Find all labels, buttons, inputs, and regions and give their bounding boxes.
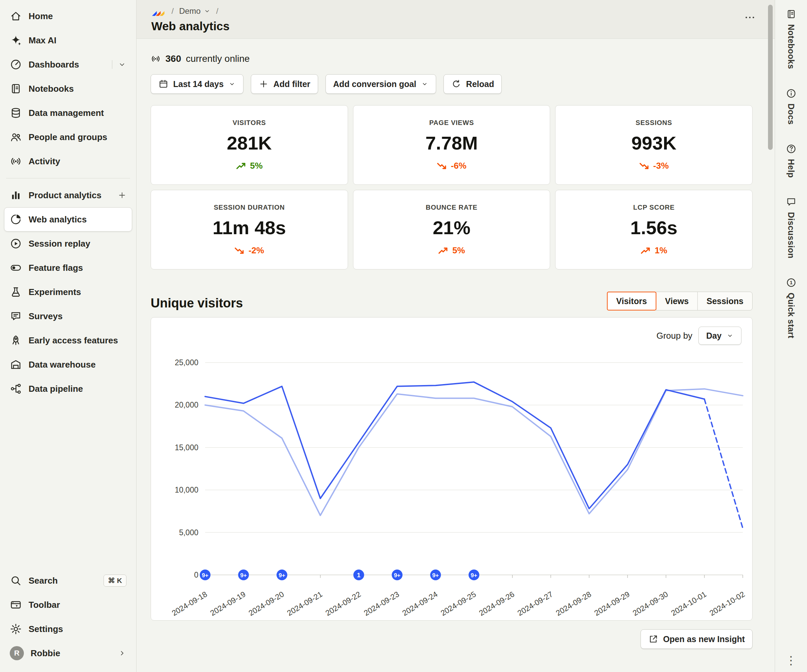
metric-value: 21%: [433, 217, 470, 238]
metric-value: 11m 48s: [213, 217, 286, 238]
gear-icon: [10, 623, 22, 635]
metric-tile-sessions[interactable]: SESSIONS993K-3%: [555, 105, 752, 185]
sidebar-item-activity[interactable]: Activity: [4, 149, 132, 174]
sidebar-item-robbie[interactable]: RRobbie: [4, 641, 132, 665]
open-insight-label: Open as new Insight: [663, 634, 745, 644]
sidebar-item-people-and-groups[interactable]: People and groups: [4, 125, 132, 149]
metric-label: SESSION DURATION: [214, 204, 285, 211]
chevron-down-icon-wrap: [228, 80, 236, 88]
sidebar-item-early-access-features[interactable]: Early access features: [4, 328, 132, 353]
sidebar-item-max-ai[interactable]: Max AI: [4, 28, 132, 52]
sidebar-item-feature-flags[interactable]: Feature flags: [4, 256, 132, 280]
live-icon: [10, 155, 22, 167]
group-by-select[interactable]: Day: [698, 326, 741, 345]
scrollbar[interactable]: [768, 5, 773, 150]
sidebar-item-web-analytics[interactable]: Web analytics: [4, 207, 132, 232]
metric-tile-page-views[interactable]: PAGE VIEWS7.78M-6%: [353, 105, 550, 185]
home-icon: [10, 10, 22, 22]
svg-text:25,000: 25,000: [175, 358, 198, 367]
annotation-badge[interactable]: 9+: [200, 569, 211, 580]
annotation-badge[interactable]: 1: [354, 569, 364, 580]
annotation-badge[interactable]: 9+: [392, 569, 402, 580]
metric-trend-value: 5%: [452, 245, 465, 256]
add-conversion-goal-button[interactable]: Add conversion goal: [325, 74, 436, 94]
svg-text:20,000: 20,000: [175, 401, 198, 409]
metric-tile-visitors[interactable]: VISITORS281K5%: [151, 105, 348, 185]
svg-text:2024-09-25: 2024-09-25: [439, 590, 477, 617]
user-avatar: R: [10, 646, 24, 660]
sidebar-item-label: Data management: [28, 108, 126, 118]
trend-down-icon: [437, 162, 447, 170]
topbar: / Demo / Web analytics: [136, 0, 775, 39]
tab-sessions[interactable]: Sessions: [697, 292, 752, 310]
online-status: 360 currently online: [151, 53, 752, 64]
metric-tile-bounce-rate[interactable]: BOUNCE RATE21%5%: [353, 190, 550, 270]
sidebar-item-search[interactable]: Search⌘ K: [4, 568, 132, 593]
annotation-badge[interactable]: 9+: [469, 569, 480, 580]
add-filter-button[interactable]: Add filter: [251, 74, 318, 94]
metric-trend: 5%: [236, 161, 263, 171]
expand-control[interactable]: [118, 649, 126, 657]
svg-text:2024-09-18: 2024-09-18: [170, 590, 208, 617]
svg-text:9+: 9+: [241, 572, 247, 579]
expand-control[interactable]: [112, 60, 126, 69]
more-options-button[interactable]: [744, 12, 756, 25]
add-control[interactable]: [118, 191, 126, 200]
warehouse-icon: [10, 359, 22, 371]
search-icon: [10, 574, 22, 587]
sidebar-item-notebooks[interactable]: Notebooks: [4, 77, 132, 101]
chevron-down-icon: [118, 60, 126, 69]
metric-trend: 5%: [438, 245, 465, 256]
rail-item-discussion[interactable]: Discussion: [786, 197, 797, 258]
sidebar-item-data-warehouse[interactable]: Data warehouse: [4, 353, 132, 377]
sidebar-item-settings[interactable]: Settings: [4, 617, 132, 641]
annotation-badge[interactable]: 9+: [238, 569, 249, 580]
sidebar-item-data-pipeline[interactable]: Data pipeline: [4, 377, 132, 401]
tab-views[interactable]: Views: [656, 292, 698, 310]
svg-text:15,000: 15,000: [175, 443, 198, 452]
toggle-icon: [10, 262, 22, 274]
sidebar-item-label: People and groups: [28, 132, 126, 142]
chevron-down-icon-wrap: [421, 80, 428, 88]
refresh-icon-wrap: [451, 79, 461, 89]
rail-item-help[interactable]: Help: [786, 144, 797, 178]
notebook-icon: [786, 9, 797, 20]
tab-visitors[interactable]: Visitors: [607, 292, 656, 310]
annotation-badge[interactable]: 9+: [276, 569, 287, 580]
svg-text:2024-09-29: 2024-09-29: [593, 590, 631, 617]
sidebar-item-home[interactable]: Home: [4, 4, 132, 28]
breadcrumb-separator: /: [171, 7, 174, 16]
sidebar-item-session-replay[interactable]: Session replay: [4, 232, 132, 256]
chevron-down-icon: [421, 80, 428, 88]
sidebar-item-experiments[interactable]: Experiments: [4, 280, 132, 304]
calendar-icon: [158, 79, 168, 89]
sidebar-item-surveys[interactable]: Surveys: [4, 304, 132, 328]
metric-tile-session-duration[interactable]: SESSION DURATION11m 48s-2%: [151, 190, 348, 270]
breadcrumb-project[interactable]: Demo: [179, 7, 211, 16]
metric-trend-value: -3%: [653, 161, 669, 171]
metric-trend-value: 5%: [250, 161, 263, 171]
info-icon: [786, 88, 797, 99]
sidebar-item-label: Settings: [28, 624, 126, 634]
annotation-badge[interactable]: 9+: [430, 569, 441, 580]
sidebar-item-product-analytics[interactable]: Product analytics: [4, 183, 132, 207]
svg-text:0: 0: [194, 571, 198, 579]
rail-item-label: Quick start: [786, 293, 796, 338]
rail-item-notebooks[interactable]: Notebooks: [786, 9, 797, 69]
rail-overflow-button[interactable]: ⋮: [785, 654, 797, 666]
unique-visitors-chart[interactable]: 05,00010,00015,00020,00025,0002024-09-18…: [151, 347, 752, 620]
rail-item-label: Notebooks: [786, 24, 796, 69]
sidebar-item-toolbar[interactable]: Toolbar: [4, 593, 132, 617]
date-range-button[interactable]: Last 14 days: [151, 74, 244, 94]
rail-item-docs[interactable]: Docs: [786, 88, 797, 125]
reload-button[interactable]: Reload: [443, 74, 502, 94]
chevron-down-icon-wrap: [203, 7, 211, 15]
app-logo[interactable]: [151, 5, 166, 17]
open-as-new-insight-button[interactable]: Open as new Insight: [641, 629, 752, 649]
sidebar-item-dashboards[interactable]: Dashboards: [4, 52, 132, 77]
metric-label: SESSIONS: [636, 119, 672, 127]
rail-item-quick-start[interactable]: 1Quick start: [786, 277, 797, 338]
metric-tile-lcp-score[interactable]: LCP SCORE1.56s1%: [555, 190, 752, 270]
metric-value: 281K: [227, 132, 272, 154]
sidebar-item-data-management[interactable]: Data management: [4, 101, 132, 125]
